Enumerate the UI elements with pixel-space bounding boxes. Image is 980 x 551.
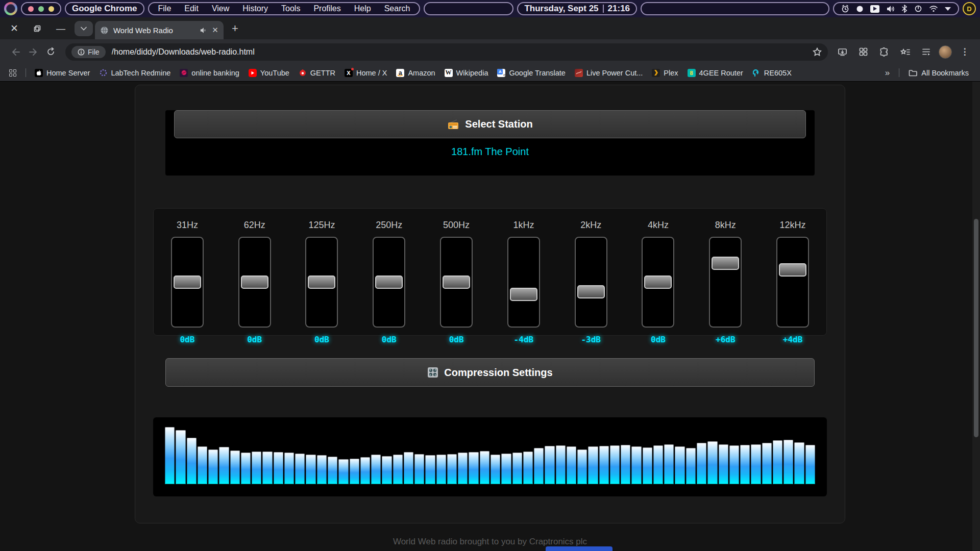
new-tab-button[interactable]: + <box>232 22 238 35</box>
back-button[interactable] <box>7 43 24 61</box>
side-panel-star-icon[interactable] <box>897 44 913 60</box>
menu-tools[interactable]: Tools <box>281 4 300 13</box>
menu-history[interactable]: History <box>242 4 268 13</box>
window-traffic-lights[interactable] <box>21 2 61 15</box>
spectrum-bar <box>436 455 446 484</box>
bookmark-plex[interactable]: Plex <box>647 66 682 80</box>
bookmark-wikipedia[interactable]: WWikipedia <box>440 66 493 80</box>
volume-icon[interactable] <box>886 5 895 13</box>
forward-button[interactable] <box>24 43 42 61</box>
bookmark-gettr[interactable]: GETTR <box>294 66 340 80</box>
bookmark-home-server[interactable]: Home Server <box>30 66 94 80</box>
spectrum-bar <box>545 446 554 484</box>
station-section: Select Station 181.fm The Point <box>165 110 815 176</box>
eq-slider-handle[interactable] <box>712 257 739 270</box>
scrollbar-thumb[interactable] <box>974 219 978 437</box>
user-avatar-badge[interactable]: D <box>963 2 976 15</box>
spectrum-bar <box>762 443 772 484</box>
eq-slider-handle[interactable] <box>510 288 537 301</box>
eq-slider-track[interactable] <box>440 237 473 328</box>
bookmark-star-icon[interactable] <box>813 47 822 56</box>
eq-slider-handle[interactable] <box>779 263 806 277</box>
eq-slider-handle[interactable] <box>644 276 672 289</box>
eq-slider-handle[interactable] <box>375 276 403 289</box>
eq-slider-handle[interactable] <box>577 285 605 298</box>
minimize-dot-icon[interactable] <box>38 6 44 12</box>
bookmark-online-banking[interactable]: online banking <box>175 66 244 80</box>
amazon-favicon: a <box>396 69 404 77</box>
chevron-down-icon[interactable] <box>945 7 951 11</box>
wifi-icon[interactable] <box>929 5 938 12</box>
system-logo-icon[interactable] <box>4 2 17 15</box>
eq-db-value: +4dB <box>759 335 826 344</box>
menu-edit[interactable]: Edit <box>184 4 199 13</box>
url-scheme-chip[interactable]: File <box>71 46 106 58</box>
spectrum-bar <box>382 456 391 484</box>
menu-file[interactable]: File <box>158 4 172 13</box>
tab-search-button[interactable] <box>75 21 93 36</box>
bookmarks-overflow-chevron[interactable]: » <box>880 68 895 78</box>
power-icon[interactable] <box>914 5 922 13</box>
extensions-puzzle-icon[interactable] <box>876 44 892 60</box>
bookmark-google-translate[interactable]: AaGoogle Translate <box>493 66 570 80</box>
window-minimize-icon[interactable]: — <box>56 24 65 33</box>
compression-settings-button[interactable]: Compression Settings <box>165 358 815 387</box>
tab-close-icon[interactable]: ✕ <box>212 26 218 35</box>
eq-slider-handle[interactable] <box>443 276 470 289</box>
eq-slider-handle[interactable] <box>308 276 335 289</box>
spectrum-bar <box>425 455 435 484</box>
system-tray[interactable] <box>833 2 959 15</box>
menu-profiles[interactable]: Profiles <box>313 4 340 13</box>
send-to-device-icon[interactable] <box>834 44 850 60</box>
spectrum-bar <box>794 442 804 484</box>
bookmark-amazon[interactable]: aAmazon <box>391 66 439 80</box>
menu-view[interactable]: View <box>212 4 229 13</box>
eq-slider-track[interactable] <box>171 237 204 328</box>
menu-help[interactable]: Help <box>354 4 371 13</box>
bookmark-live-power-cut[interactable]: Live Power Cut... <box>570 66 647 80</box>
tab-audio-icon[interactable] <box>200 27 207 34</box>
reload-button[interactable] <box>42 43 59 61</box>
window-close-icon[interactable]: ✕ <box>10 23 18 33</box>
all-bookmarks-button[interactable]: All Bookmarks <box>903 69 974 77</box>
bluetooth-icon[interactable] <box>901 5 908 13</box>
dnd-icon[interactable] <box>856 5 864 13</box>
eq-slider-track[interactable] <box>305 237 338 328</box>
reading-list-icon[interactable] <box>918 44 934 60</box>
clock-icon[interactable] <box>841 5 849 13</box>
page-scrollbar[interactable] <box>972 82 980 551</box>
media-play-icon[interactable] <box>870 5 879 13</box>
current-station-name[interactable]: 181.fm The Point <box>165 146 815 158</box>
eq-slider-track[interactable] <box>238 237 271 328</box>
address-bar[interactable]: File /home/diddy/Downloads/web-radio.htm… <box>65 43 828 61</box>
eq-slider-track[interactable] <box>642 237 674 328</box>
spectrum-bar <box>208 449 218 484</box>
bookmark-youtube[interactable]: YouTube <box>244 66 294 80</box>
maximize-dot-icon[interactable] <box>48 6 54 12</box>
window-restore-icon[interactable] <box>34 25 41 32</box>
eq-slider-track[interactable] <box>507 237 540 328</box>
partial-bottom-button[interactable] <box>546 546 612 551</box>
eq-slider-handle[interactable] <box>174 276 201 289</box>
bookmark-labtech-redmine[interactable]: LabTech Redmine <box>94 66 175 80</box>
apps-grid-icon[interactable] <box>9 69 16 77</box>
tab-groups-icon[interactable] <box>855 44 871 60</box>
eq-slider-track[interactable] <box>776 237 809 328</box>
menu-search[interactable]: Search <box>384 4 410 13</box>
eq-slider-track[interactable] <box>709 237 742 328</box>
eq-slider-track[interactable] <box>575 237 607 328</box>
active-tab[interactable]: World Web Radio ✕ <box>95 21 224 39</box>
bookmark-4gee-router[interactable]: 84GEE Router <box>683 66 748 80</box>
bookmark-home-x[interactable]: XHome / X <box>340 66 391 80</box>
url-text[interactable]: /home/diddy/Downloads/web-radio.html <box>112 47 813 57</box>
select-station-button[interactable]: Select Station <box>174 110 806 138</box>
kebab-menu-icon[interactable]: ⋮ <box>957 44 973 60</box>
bookmark-re605x[interactable]: RE605X <box>748 66 796 80</box>
close-dot-icon[interactable] <box>28 6 34 12</box>
eq-band-125hz: 125Hz0dB <box>288 209 356 335</box>
eq-slider-handle[interactable] <box>241 276 268 289</box>
translate-favicon: Aa <box>497 69 505 77</box>
profile-avatar[interactable] <box>939 45 952 59</box>
eq-slider-track[interactable] <box>373 237 405 328</box>
menubar-clock[interactable]: Thursday, Sept 25 21:16 <box>517 2 637 15</box>
